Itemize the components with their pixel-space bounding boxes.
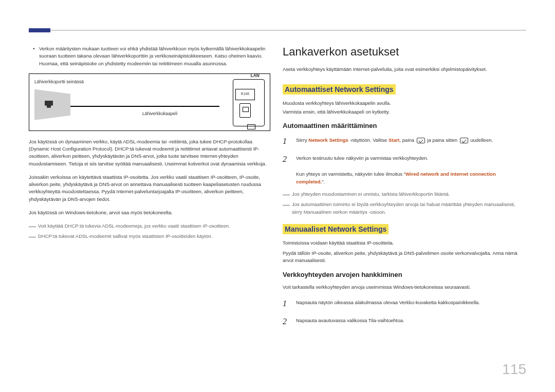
header-rule (29, 30, 526, 31)
step-text: Napsauta näytön oikeassa alakulmassa ole… (296, 297, 524, 310)
cable-line (70, 106, 219, 107)
dash-icon: ― (283, 191, 292, 198)
subsection-highlight: Automaattiset Network Settings (283, 84, 396, 95)
note-text: Voit käyttää DHCP:tä tukevia ADSL-modeem… (38, 222, 270, 230)
rj45-port-icon (239, 103, 251, 118)
paragraph: Varmista ensin, että lähiverkkokaapeli o… (283, 108, 524, 116)
step-number: 2 (283, 153, 296, 185)
lan-label: LAN (251, 73, 260, 78)
wall-port-icon (34, 89, 70, 120)
paragraph: Toimistoissa voidaan käyttää staattisia … (283, 239, 524, 247)
step-text: Siirry Network Settings -näyttöön. Valit… (296, 135, 524, 148)
intro-text: Aseta verkkoyhteys käyttämään Internet-p… (283, 66, 524, 73)
section-title: Lankaverkon asetukset (283, 45, 524, 59)
subsection-highlight: Manuaaliset Network Settings (283, 224, 388, 234)
dash-icon: ― (29, 233, 38, 240)
paragraph: Voit tarkastella verkkoyhteyden arvoja u… (283, 284, 524, 291)
enter-icon (460, 138, 468, 143)
step-text: Verkon testiruutu tulee näkyviin ja varm… (296, 153, 524, 185)
paragraph: Jos käytössä on dynaaminen verkko, käytä… (29, 138, 270, 167)
left-column: •Verkon määritysten mukaan tuotteen voi … (29, 45, 270, 244)
wall-port-label: Lähiverkkoportti seinässä (34, 79, 84, 84)
right-column: Lankaverkon asetukset Aseta verkkoyhteys… (283, 45, 524, 333)
bullet-item: •Verkon määritysten mukaan tuotteen voi … (29, 45, 270, 67)
step-item: 1 Siirry Network Settings -näyttöön. Val… (283, 135, 524, 148)
dash-icon: ― (283, 201, 292, 216)
cable-label: Lähiverkkokaapeli (142, 111, 177, 116)
network-diagram: Lähiverkkoportti seinässä Lähiverkkokaap… (29, 73, 270, 131)
page-number: 115 (502, 361, 526, 378)
note-text: Jos yhteyden muodostaminen ei onnistu, t… (292, 191, 524, 198)
connector-icon (247, 124, 255, 129)
note-item: ―Jos automaattinen toiminto ei löydä ver… (283, 201, 524, 216)
note-text: DHCP:tä tukevat ADSL-modeemit sallivat m… (38, 233, 270, 240)
note-item: ―Jos yhteyden muodostaminen ei onnistu, … (283, 191, 524, 198)
note-text: Jos automaattinen toiminto ei löydä verk… (292, 201, 524, 216)
dash-icon: ― (29, 222, 38, 230)
device-box: RJ45 (233, 79, 265, 126)
note-item: ―DHCP:tä tukevat ADSL-modeemit sallivat … (29, 233, 270, 240)
bullet-dot: • (29, 45, 39, 67)
bullet-text: Verkon määritysten mukaan tuotteen voi e… (39, 45, 270, 67)
rj45-label: RJ45 (235, 89, 255, 100)
enter-icon (417, 138, 425, 143)
step-item: 1 Napsauta näytön oikeassa alakulmassa o… (283, 297, 524, 310)
paragraph: Pyydä tällöin IP-osoite, aliverkon peite… (283, 250, 524, 265)
step-item: 2 Napsauta avautuvassa valikossa Tila-va… (283, 315, 524, 328)
step-number: 1 (283, 297, 296, 310)
sub-heading: Verkkoyhteyden arvojen hankkiminen (283, 271, 524, 278)
ui-term: Start (388, 137, 400, 143)
step-number: 2 (283, 315, 296, 328)
paragraph: Joissakin verkoissa on käytettävä staatt… (29, 174, 270, 203)
note-item: ―Voit käyttää DHCP:tä tukevia ADSL-modee… (29, 222, 270, 230)
paragraph: Jos käytössä on Windows-tietokone, arvot… (29, 209, 270, 216)
step-text: Napsauta avautuvassa valikossa Tila-vaih… (296, 315, 524, 328)
step-number: 1 (283, 135, 296, 148)
ui-term: Network Settings (308, 137, 348, 143)
sub-heading: Automaattinen määrittäminen (283, 122, 524, 129)
paragraph: Muodosta verkkoyhteys lähiverkkokaapelin… (283, 100, 524, 107)
step-item: 2 Verkon testiruutu tulee näkyviin ja va… (283, 153, 524, 185)
